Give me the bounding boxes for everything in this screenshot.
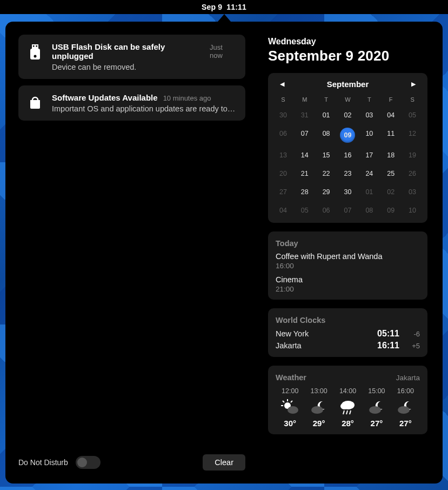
clear-button[interactable]: Clear: [203, 454, 245, 471]
world-clocks-card[interactable]: World Clocks New York05:11-6Jakarta16:11…: [268, 308, 427, 357]
datetime-panel: USB Flash Disk can be safely unpluggedJu…: [5, 22, 443, 484]
notification-desc: Important OS and application updates are…: [52, 104, 237, 113]
calendar-day[interactable]: 18: [380, 146, 402, 164]
calendar-day[interactable]: 20: [272, 164, 294, 183]
calendar-day[interactable]: 13: [272, 146, 294, 164]
svg-rect-2: [36, 45, 38, 47]
forecast-column: 12:0030°: [276, 387, 304, 428]
weather-card[interactable]: Weather Jakarta 12:0030°13:0029°14:0028°…: [268, 366, 427, 434]
calendar-day[interactable]: 03: [358, 106, 380, 124]
calendar-day[interactable]: 14: [294, 146, 316, 164]
event-item[interactable]: Cinema21:00: [276, 275, 420, 293]
calendar-day[interactable]: 28: [294, 183, 316, 201]
notification-desc: Device can be removed.: [52, 63, 237, 71]
clock-time: 05:11: [377, 329, 399, 339]
world-clock-row[interactable]: New York05:11-6: [276, 329, 420, 339]
calendar-day[interactable]: 03: [402, 183, 423, 201]
calendar-day[interactable]: 17: [358, 146, 380, 164]
forecast-temp: 27°: [362, 419, 391, 428]
clock-offset: +5: [404, 342, 420, 350]
calendar-day[interactable]: 30: [272, 106, 294, 124]
calendar-day[interactable]: 19: [402, 146, 423, 164]
notifications-footer: Do Not Disturb Clear: [18, 454, 245, 471]
calendar-day[interactable]: 04: [380, 106, 402, 124]
mostly-cloudy-night-icon: [362, 398, 391, 416]
calendar-day[interactable]: 11: [380, 124, 402, 146]
notification[interactable]: Software Updates Available10 minutes ago…: [18, 85, 245, 121]
calendar-day[interactable]: 02: [337, 106, 359, 124]
svg-rect-3: [30, 49, 40, 59]
dnd-toggle[interactable]: [76, 456, 101, 469]
calendar-weekday: F: [380, 92, 402, 106]
world-clock-row[interactable]: Jakarta16:11+5: [276, 341, 420, 350]
calendar-day[interactable]: 07: [337, 201, 359, 220]
svg-point-18: [398, 406, 410, 414]
calendar-day[interactable]: 24: [358, 164, 380, 183]
forecast-hour: 15:00: [362, 387, 391, 395]
partly-sunny-icon: [276, 398, 304, 416]
calendar-day[interactable]: 01: [316, 106, 337, 124]
calendar-day[interactable]: 29: [316, 183, 337, 201]
calendar-grid: SMTWTFS303101020304050607080910111213141…: [272, 92, 423, 220]
events-heading: Today: [276, 239, 420, 248]
rain-icon: [333, 398, 362, 416]
calendar-day[interactable]: 25: [380, 164, 402, 183]
forecast-hour: 12:00: [276, 387, 304, 395]
calendar-day[interactable]: 05: [294, 201, 316, 220]
mostly-cloudy-night-icon: [304, 398, 333, 416]
calendar-day[interactable]: 31: [294, 106, 316, 124]
clock-city: New York: [276, 329, 377, 338]
notification-title: Software Updates Available: [52, 93, 158, 102]
forecast-hour: 14:00: [333, 387, 362, 395]
calendar-weekday: M: [294, 92, 316, 106]
forecast-column: 14:0028°: [333, 387, 362, 428]
topbar-clock[interactable]: Sep 911:11: [202, 3, 246, 11]
calendar-day[interactable]: 06: [316, 201, 337, 220]
topbar[interactable]: Sep 911:11: [0, 0, 448, 14]
notification-title: USB Flash Disk can be safely unplugged: [52, 42, 204, 61]
calendar-day[interactable]: 16: [337, 146, 359, 164]
calendar-day[interactable]: 26: [402, 164, 423, 183]
svg-point-11: [311, 406, 323, 414]
calendar-day[interactable]: 02: [380, 183, 402, 201]
calendar-day[interactable]: 21: [294, 164, 316, 183]
calendar-day[interactable]: 10: [402, 201, 423, 220]
forecast-temp: 29°: [304, 419, 333, 428]
svg-rect-1: [33, 45, 35, 47]
calendar-day[interactable]: 15: [316, 146, 337, 164]
calendar-day[interactable]: 07: [294, 124, 316, 146]
calendar-day[interactable]: 08: [358, 201, 380, 220]
svg-point-4: [34, 55, 37, 58]
calendar-column: Wednesday September 9 2020 ◀ September ▶…: [256, 35, 433, 471]
calendar-day[interactable]: 12: [402, 124, 423, 146]
forecast-temp: 28°: [333, 419, 362, 428]
calendar-day[interactable]: 05: [402, 106, 423, 124]
calendar-day[interactable]: 01: [358, 183, 380, 201]
calendar-day[interactable]: 30: [337, 183, 359, 201]
calendar-day[interactable]: 09: [380, 201, 402, 220]
svg-point-10: [287, 406, 298, 414]
calendar-day[interactable]: 10: [358, 124, 380, 146]
dnd-row: Do Not Disturb: [18, 456, 101, 469]
svg-point-17: [369, 406, 381, 414]
event-title: Coffee with Rupert and Wanda: [276, 252, 420, 261]
dnd-label: Do Not Disturb: [18, 458, 68, 467]
forecast-temp: 27°: [391, 419, 420, 428]
next-month-button[interactable]: ▶: [408, 78, 419, 90]
events-card[interactable]: Today Coffee with Rupert and Wanda16:00C…: [268, 231, 427, 300]
clock-offset: -6: [404, 330, 420, 338]
calendar-day[interactable]: 22: [316, 164, 337, 183]
event-item[interactable]: Coffee with Rupert and Wanda16:00: [276, 252, 420, 270]
prev-month-button[interactable]: ◀: [277, 78, 287, 90]
calendar-day[interactable]: 23: [337, 164, 359, 183]
calendar-month-label: September: [327, 80, 369, 89]
popover-arrow: [218, 14, 231, 22]
calendar-day[interactable]: 04: [272, 201, 294, 220]
calendar-day[interactable]: 08: [316, 124, 337, 146]
world-clocks-heading: World Clocks: [276, 316, 420, 325]
calendar-weekday: S: [272, 92, 294, 106]
calendar-day-today[interactable]: 09: [337, 124, 359, 146]
calendar-day[interactable]: 06: [272, 124, 294, 146]
notification[interactable]: USB Flash Disk can be safely unpluggedJu…: [18, 35, 245, 79]
calendar-day[interactable]: 27: [272, 183, 294, 201]
